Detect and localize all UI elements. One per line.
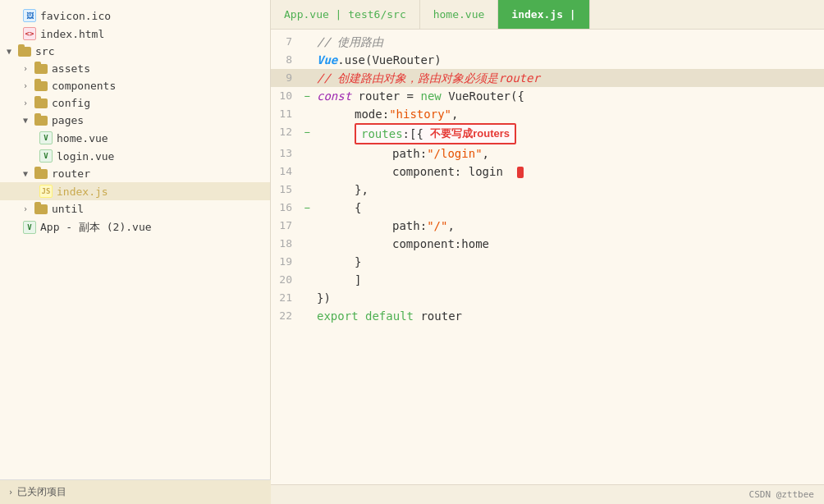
code-text: mode:"history", — [314, 105, 824, 123]
code-text: }, — [314, 181, 824, 199]
code-line-20: 20 ] — [271, 271, 824, 289]
fold-icon[interactable]: − — [300, 87, 314, 105]
routes-warning-box: routes:[{ 不要写成routers — [355, 123, 516, 144]
line-number: 13 — [271, 144, 300, 163]
code-text: { — [314, 199, 824, 217]
tree-item-pages[interactable]: ▼ pages — [0, 112, 270, 129]
tab-label: index.js | — [511, 8, 575, 21]
chevron-right-icon: › — [23, 204, 34, 213]
code-text: }) — [314, 289, 824, 307]
chevron-right-icon: › — [23, 64, 34, 73]
line-number: 7 — [271, 33, 300, 51]
tab-bar: App.vue | test6/src home.vue index.js | — [271, 0, 824, 30]
tree-item-home-vue[interactable]: V home.vue — [0, 129, 270, 147]
chevron-right-icon: › — [8, 488, 13, 497]
code-line-15: 15 }, — [271, 181, 824, 199]
tree-item-until[interactable]: › until — [0, 200, 270, 218]
tree-item-index-js[interactable]: JS index.js — [0, 182, 270, 200]
chevron-down-icon: ▼ — [23, 169, 34, 178]
code-text: const router = new VueRouter({ — [314, 87, 824, 105]
code-text: path:"/login", — [314, 144, 824, 163]
code-line-18: 18 component:home — [271, 235, 824, 253]
folder-icon — [34, 169, 48, 179]
code-line-17: 17 path:"/", — [271, 217, 824, 235]
code-line-14: 14 component: login — [271, 163, 824, 181]
line-number: 19 — [271, 253, 300, 271]
code-text: component:home — [314, 235, 824, 253]
tree-item-label: router — [52, 167, 90, 180]
tree-item-label: favicon.ico — [40, 10, 111, 22]
chevron-down-icon: ▼ — [23, 116, 34, 125]
code-line-11: 11 mode:"history", — [271, 105, 824, 123]
line-number: 9 — [271, 69, 300, 87]
code-line-22: 22 export default router — [271, 307, 824, 325]
code-line-12: 12 − routes:[{ 不要写成routers — [271, 123, 824, 144]
tree-item-components[interactable]: › components — [0, 77, 270, 94]
fold-icon[interactable]: − — [300, 123, 314, 141]
tab-home-vue[interactable]: home.vue — [420, 0, 499, 29]
code-text: ] — [314, 271, 824, 289]
code-line-21: 21 }) — [271, 289, 824, 307]
chevron-right-icon: › — [23, 99, 34, 108]
tree-item-index-html[interactable]: <> index.html — [0, 25, 270, 43]
line-number: 20 — [271, 271, 300, 289]
line-number: 8 — [271, 51, 300, 69]
folder-icon — [34, 99, 48, 108]
tree-item-label: index.js — [57, 186, 108, 198]
code-line-10: 10 − const router = new VueRouter({ — [271, 87, 824, 105]
folder-icon — [34, 64, 48, 74]
tree-item-label: src — [35, 45, 54, 57]
chevron-down-icon: ▼ — [7, 47, 18, 56]
code-line-9: 9 // 创建路由对象，路由对象必须是router — [271, 69, 824, 87]
tab-index-js[interactable]: index.js | — [498, 0, 589, 29]
code-line-16: 16 − { — [271, 199, 824, 217]
html-file-icon: <> — [23, 27, 36, 40]
line-number: 17 — [271, 217, 300, 235]
editor-footer: CSDN @zttbee — [271, 484, 824, 504]
tab-label: home.vue — [433, 8, 485, 21]
tree-item-assets[interactable]: › assets — [0, 60, 270, 77]
folder-icon — [34, 204, 48, 214]
code-text: } — [314, 253, 824, 271]
line-number: 15 — [271, 181, 300, 199]
line-number: 22 — [271, 307, 300, 325]
folder-icon — [34, 81, 48, 91]
attribution-text: CSDN @zttbee — [749, 489, 814, 500]
code-text: // 创建路由对象，路由对象必须是router — [314, 69, 824, 87]
image-file-icon: 🖼 — [23, 9, 36, 22]
js-file-icon: JS — [39, 185, 53, 198]
code-line-19: 19 } — [271, 253, 824, 271]
tree-item-config[interactable]: › config — [0, 94, 270, 112]
tree-item-app-vue[interactable]: V App - 副本 (2).vue — [0, 218, 270, 237]
fold-icon[interactable]: − — [300, 199, 314, 217]
code-text: // 使用路由 — [314, 33, 824, 51]
line-number: 14 — [271, 163, 300, 181]
tab-app-vue[interactable]: App.vue | test6/src — [271, 0, 420, 29]
code-line-8: 8 Vue.use(VueRouter) — [271, 51, 824, 69]
line-number: 10 — [271, 87, 300, 105]
tree-item-label: config — [52, 97, 90, 109]
vue-file-icon: V — [39, 149, 53, 163]
tree-item-label: index.html — [40, 28, 104, 40]
code-line-7: 7 // 使用路由 — [271, 33, 824, 51]
code-text: path:"/", — [314, 217, 824, 235]
file-tree: 🖼 favicon.ico <> index.html ▼ src › asse… — [0, 0, 271, 504]
tree-item-favicon[interactable]: 🖼 favicon.ico — [0, 7, 270, 25]
tree-item-label: until — [52, 203, 84, 215]
code-text: routes:[{ 不要写成routers — [314, 123, 824, 144]
code-line-13: 13 path:"/login", — [271, 144, 824, 163]
line-number: 11 — [271, 105, 300, 123]
line-number: 12 — [271, 123, 300, 141]
tree-item-login-vue[interactable]: V login.vue — [0, 147, 270, 165]
tree-item-src[interactable]: ▼ src — [0, 43, 270, 60]
tree-item-label: components — [52, 80, 116, 92]
tree-item-label: home.vue — [57, 132, 108, 144]
line-number: 16 — [271, 199, 300, 217]
tab-label: App.vue | test6/src — [284, 8, 406, 21]
chevron-right-icon: › — [23, 81, 34, 90]
tree-item-router[interactable]: ▼ router — [0, 165, 270, 182]
line-number: 18 — [271, 235, 300, 253]
folder-icon — [18, 47, 31, 57]
code-content-area: 7 // 使用路由 8 Vue.use(VueRouter) 9 // 创建路由… — [271, 30, 824, 484]
tree-item-label: App - 副本 (2).vue — [40, 220, 152, 235]
